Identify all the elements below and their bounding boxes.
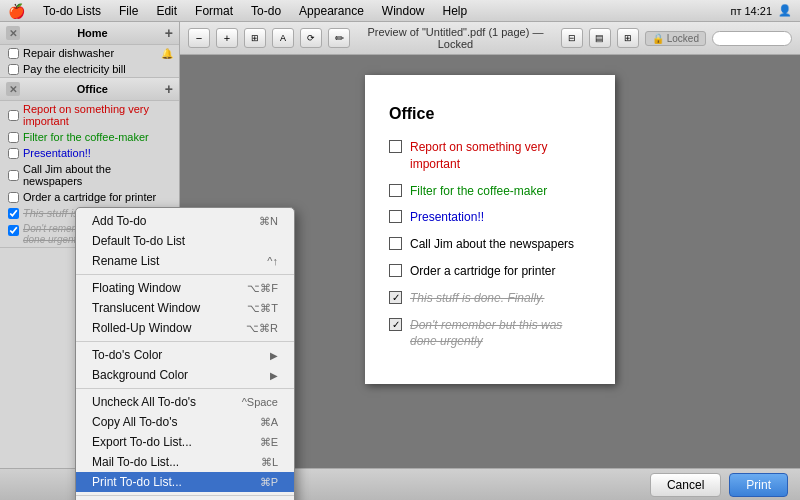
menubar-appearance[interactable]: Appearance xyxy=(291,2,372,20)
item-label: Repair dishwasher xyxy=(23,47,157,59)
menu-shortcut: ⌘L xyxy=(261,456,278,469)
menu-shortcut: ⌥⌘F xyxy=(247,282,278,295)
menu-separator xyxy=(76,495,294,496)
item-label: Pay the electricity bill xyxy=(23,63,173,75)
pdf-list-item: Report on something very important xyxy=(389,139,591,173)
menubar-file[interactable]: File xyxy=(111,2,146,20)
menu-shortcut: ⌥⌘T xyxy=(247,302,278,315)
pdf-item-label: Report on something very important xyxy=(410,139,591,173)
preview-title: Preview of "Untitled".pdf (1 page) — Loc… xyxy=(356,26,555,50)
preview-toolbar: − + ⊞ A ⟳ ✏ Preview of "Untitled".pdf (1… xyxy=(180,22,800,55)
item-checkbox[interactable] xyxy=(8,64,19,75)
fit-btn[interactable]: ⊞ xyxy=(244,28,266,48)
menubar-items: To-do Lists File Edit Format To-do Appea… xyxy=(35,2,475,20)
pdf-list-item: Filter for the coffee-maker xyxy=(389,183,591,200)
sidebar-group-home: ✕ Home + Repair dishwasher 🔔 Pay the ele… xyxy=(0,22,179,78)
menubar-help[interactable]: Help xyxy=(435,2,476,20)
item-checkbox[interactable] xyxy=(8,170,19,181)
menu-item-label: Export To-do List... xyxy=(92,435,192,449)
menubar-todolist[interactable]: To-do Lists xyxy=(35,2,109,20)
item-checkbox[interactable] xyxy=(8,132,19,143)
pdf-item-label: Filter for the coffee-maker xyxy=(410,183,591,200)
pdf-checkbox xyxy=(389,210,402,223)
pdf-checkbox xyxy=(389,140,402,153)
menu-shortcut: ⌘P xyxy=(260,476,278,489)
thumbnails-btn[interactable]: ⊞ xyxy=(617,28,639,48)
item-checkbox[interactable] xyxy=(8,48,19,59)
home-close-btn[interactable]: ✕ xyxy=(6,26,20,40)
submenu-arrow-icon: ▶ xyxy=(270,350,278,361)
menu-item-rename[interactable]: Rename List ^↑ xyxy=(76,251,294,271)
pdf-list-item: Call Jim about the newspapers xyxy=(389,236,591,253)
list-item[interactable]: Repair dishwasher 🔔 xyxy=(0,45,179,61)
sidebar-group-home-header: ✕ Home + xyxy=(0,22,179,45)
menu-item-label: Add To-do xyxy=(92,214,147,228)
rotate-btn[interactable]: ⟳ xyxy=(300,28,322,48)
bell-icon: 🔔 xyxy=(161,48,173,59)
list-item[interactable]: Filter for the coffee-maker xyxy=(0,129,179,145)
menu-item-export[interactable]: Export To-do List... ⌘E xyxy=(76,432,294,452)
menu-item-default-list[interactable]: Default To-do List xyxy=(76,231,294,251)
list-item[interactable]: Presentation!! xyxy=(0,145,179,161)
home-add-btn[interactable]: + xyxy=(165,25,173,41)
item-label: Call Jim about the newspapers xyxy=(23,163,173,187)
item-label: Order a cartridge for printer xyxy=(23,191,173,203)
menu-item-label: To-do's Color xyxy=(92,348,162,362)
pdf-checkbox: ✓ xyxy=(389,291,402,304)
list-item[interactable]: Pay the electricity bill xyxy=(0,61,179,77)
cancel-button[interactable]: Cancel xyxy=(650,473,721,497)
zoom-out-btn[interactable]: − xyxy=(188,28,210,48)
pdf-checkbox xyxy=(389,237,402,250)
menu-item-label: Translucent Window xyxy=(92,301,200,315)
apple-menu[interactable]: 🍎 xyxy=(8,3,25,19)
menu-item-uncheck-all[interactable]: Uncheck All To-do's ^Space xyxy=(76,392,294,412)
pdf-checkbox xyxy=(389,184,402,197)
pdf-item-label: Order a cartridge for printer xyxy=(410,263,591,280)
menubar-todo[interactable]: To-do xyxy=(243,2,289,20)
item-checkbox[interactable] xyxy=(8,148,19,159)
menu-item-label: Copy All To-do's xyxy=(92,415,177,429)
menu-item-print[interactable]: Print To-do List... ⌘P xyxy=(76,472,294,492)
menu-item-bg-color[interactable]: Background Color ▶ xyxy=(76,365,294,385)
page-view-btn[interactable]: ▤ xyxy=(589,28,611,48)
item-checkbox[interactable] xyxy=(8,192,19,203)
list-item[interactable]: Order a cartridge for printer xyxy=(0,189,179,205)
pdf-checkbox: ✓ xyxy=(389,318,402,331)
zoom-in-btn[interactable]: + xyxy=(216,28,238,48)
item-label: Filter for the coffee-maker xyxy=(23,131,173,143)
office-add-btn[interactable]: + xyxy=(165,81,173,97)
menu-shortcut: ⌘A xyxy=(260,416,278,429)
preview-search-input[interactable] xyxy=(712,31,792,46)
menu-item-label: Rename List xyxy=(92,254,159,268)
menu-item-copy-all[interactable]: Copy All To-do's ⌘A xyxy=(76,412,294,432)
menubar: 🍎 To-do Lists File Edit Format To-do App… xyxy=(0,0,800,22)
menu-shortcut: ⌥⌘R xyxy=(246,322,278,335)
pdf-item-label: This stuff is done. Finally. xyxy=(410,290,591,307)
actual-size-btn[interactable]: A xyxy=(272,28,294,48)
pdf-list-item: Order a cartridge for printer xyxy=(389,263,591,280)
item-checkbox[interactable] xyxy=(8,225,19,236)
menu-shortcut: ⌘E xyxy=(260,436,278,449)
print-button[interactable]: Print xyxy=(729,473,788,497)
list-item[interactable]: Call Jim about the newspapers xyxy=(0,161,179,189)
menu-item-rolledup[interactable]: Rolled-Up Window ⌥⌘R xyxy=(76,318,294,338)
item-checkbox[interactable] xyxy=(8,208,19,219)
menubar-window[interactable]: Window xyxy=(374,2,433,20)
menu-item-label: Floating Window xyxy=(92,281,181,295)
menu-separator xyxy=(76,341,294,342)
office-close-btn[interactable]: ✕ xyxy=(6,82,20,96)
menu-item-translucent[interactable]: Translucent Window ⌥⌘T xyxy=(76,298,294,318)
menubar-format[interactable]: Format xyxy=(187,2,241,20)
menu-item-floating[interactable]: Floating Window ⌥⌘F xyxy=(76,278,294,298)
item-checkbox[interactable] xyxy=(8,110,19,121)
list-item[interactable]: Report on something very important xyxy=(0,101,179,129)
menu-item-todo-color[interactable]: To-do's Color ▶ xyxy=(76,345,294,365)
pdf-title: Office xyxy=(389,105,591,123)
pen-btn[interactable]: ✏ xyxy=(328,28,350,48)
menu-item-label: Mail To-do List... xyxy=(92,455,179,469)
menu-item-add-todo[interactable]: Add To-do ⌘N xyxy=(76,211,294,231)
menu-item-mail[interactable]: Mail To-do List... ⌘L xyxy=(76,452,294,472)
menubar-edit[interactable]: Edit xyxy=(148,2,185,20)
sidebar-toggle-btn[interactable]: ⊟ xyxy=(561,28,583,48)
context-menu: Add To-do ⌘N Default To-do List Rename L… xyxy=(75,207,295,500)
